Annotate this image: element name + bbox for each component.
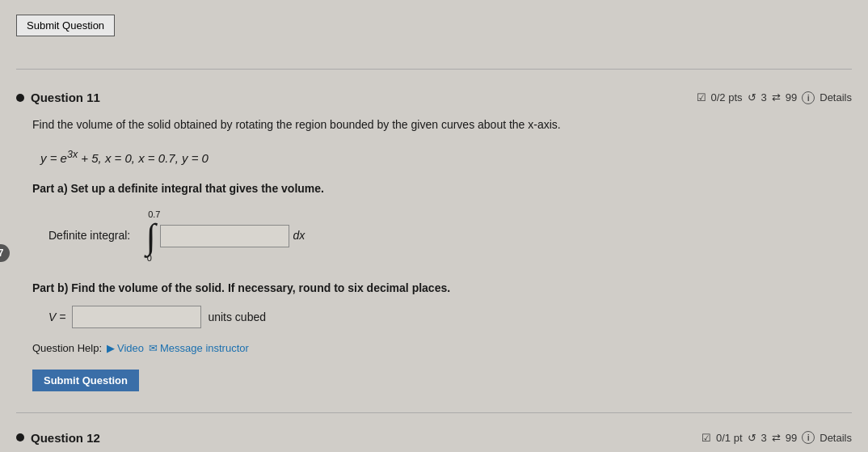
message-instructor-label: Message instructor bbox=[160, 340, 249, 357]
question-12-title: Question 12 bbox=[16, 431, 100, 445]
question-12-retries: 3 bbox=[761, 432, 767, 444]
part-b-bold: Part b) Find the volume of the solid. If… bbox=[32, 281, 450, 294]
question-11-title: Question 11 bbox=[16, 91, 100, 104]
part-a-bold: Part a) Set up a definite integral that … bbox=[32, 182, 324, 195]
question-11-score: 0/2 pts bbox=[711, 91, 743, 103]
video-label: Video bbox=[117, 340, 144, 357]
part-b-label: Part b) Find the volume of the solid. If… bbox=[32, 279, 852, 298]
question-12-attempts: 99 bbox=[786, 432, 797, 444]
problem-statement: Find the volume of the solid obtained by… bbox=[32, 116, 852, 135]
lower-limit: 0 bbox=[147, 251, 152, 266]
math-formula: y = e3x + 5, x = 0, x = 0.7, y = 0 bbox=[32, 146, 852, 169]
question-12-score: 0/1 pt bbox=[716, 432, 743, 444]
question-11-bullet bbox=[16, 94, 24, 102]
part-a-label: Part a) Set up a definite integral that … bbox=[32, 180, 852, 199]
message-instructor-link[interactable]: ✉ Message instructor bbox=[149, 340, 249, 357]
integral-row: Definite integral: 0.7 ∫ 0 dx bbox=[32, 207, 852, 266]
envelope-icon: ✉ bbox=[149, 340, 158, 357]
q12-retry-icon: ↺ bbox=[748, 432, 756, 444]
question-12-label: Question 12 bbox=[31, 431, 100, 445]
info-icon[interactable]: i bbox=[802, 91, 815, 104]
help-label: Question Help: bbox=[32, 340, 102, 357]
integral-container: 0.7 ∫ 0 dx bbox=[141, 207, 305, 266]
video-play-icon: ▶ bbox=[107, 340, 115, 357]
units-label: units cubed bbox=[208, 308, 266, 327]
question-12-details-link[interactable]: Details bbox=[820, 432, 852, 444]
score-checkbox-icon: ☑ bbox=[697, 91, 706, 103]
submit-question-button[interactable]: Submit Question bbox=[32, 370, 139, 391]
integral-input[interactable] bbox=[160, 225, 289, 247]
question-11-label: Question 11 bbox=[31, 91, 100, 104]
question-11-attempts: 99 bbox=[786, 91, 797, 103]
definite-integral-label: Definite integral: bbox=[48, 226, 130, 246]
question-12-bullet bbox=[16, 433, 24, 441]
attempts-icon: ⇄ bbox=[772, 91, 781, 103]
q12-score-checkbox-icon: ☑ bbox=[702, 432, 711, 444]
question-11-block: Question 11 ☑ 0/2 pts ↺ 3 ⇄ 99 i Details… bbox=[16, 82, 852, 399]
volume-input-row: V = units cubed bbox=[32, 306, 852, 328]
question-11-header: Question 11 ☑ 0/2 pts ↺ 3 ⇄ 99 i Details bbox=[16, 91, 852, 104]
question-12-section: Question 12 ☑ 0/1 pt ↺ 3 ⇄ 99 i Details bbox=[16, 426, 852, 445]
question-help-row: Question Help: ▶ Video ✉ Message instruc… bbox=[32, 340, 852, 357]
question-11-retries: 3 bbox=[761, 91, 767, 103]
question-12-meta: ☑ 0/1 pt ↺ 3 ⇄ 99 i Details bbox=[702, 431, 852, 444]
bottom-divider bbox=[16, 412, 852, 413]
volume-input[interactable] bbox=[72, 306, 201, 328]
video-link[interactable]: ▶ Video bbox=[107, 340, 144, 357]
side-number-badge: 7 bbox=[0, 244, 10, 262]
retry-icon: ↺ bbox=[748, 91, 756, 103]
question-11-meta: ☑ 0/2 pts ↺ 3 ⇄ 99 i Details bbox=[697, 91, 852, 104]
q12-attempts-icon: ⇄ bbox=[772, 432, 781, 444]
top-submit-button[interactable]: Submit Question bbox=[16, 15, 115, 36]
dx-label: dx bbox=[293, 226, 305, 246]
v-equals-label: V = bbox=[48, 308, 65, 327]
question-11-body: 7 Find the volume of the solid obtained … bbox=[16, 116, 852, 391]
integral-symbol: ∫ bbox=[146, 222, 156, 251]
top-divider bbox=[16, 69, 852, 70]
question-11-details-link[interactable]: Details bbox=[820, 91, 852, 103]
q12-info-icon[interactable]: i bbox=[802, 431, 815, 444]
